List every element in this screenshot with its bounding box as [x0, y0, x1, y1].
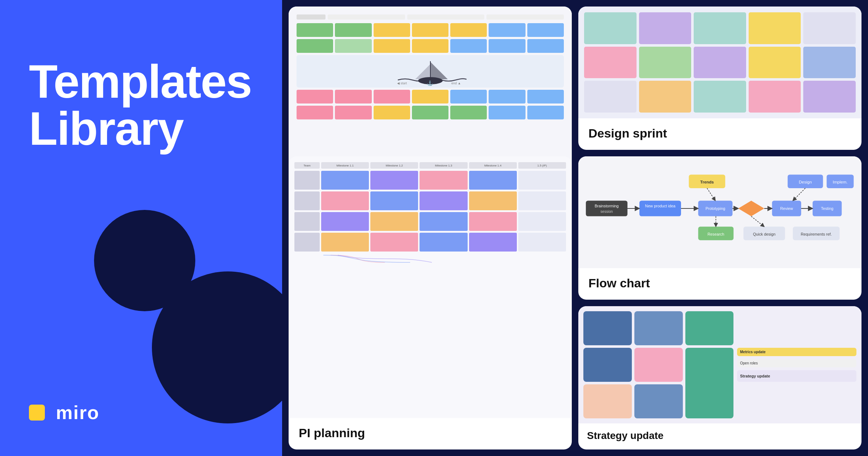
svg-text:Review: Review [780, 206, 793, 211]
svg-text:Research: Research [707, 232, 724, 236]
flow-chart-diagram: Trends Design Implem. Brainstorming sess… [585, 168, 855, 257]
svg-rect-16 [639, 200, 681, 216]
svg-rect-13 [586, 200, 627, 216]
svg-text:Design: Design [799, 180, 812, 184]
svg-marker-0 [430, 62, 448, 79]
strategy-preview-img: Metrics update Open roles Strategy updat… [578, 306, 861, 423]
template-card-flow-chart[interactable]: Trends Design Implem. Brainstorming sess… [578, 156, 861, 300]
hero-title: Templates Library [29, 58, 251, 152]
svg-text:Testing: Testing [821, 206, 833, 211]
templates-content-grid: ⚓ ◀ start end ▲ [282, 0, 868, 456]
svg-text:end ▲: end ▲ [451, 81, 461, 85]
pi-planning-card-name: PI planning [289, 418, 572, 449]
svg-text:⚓: ⚓ [427, 80, 433, 86]
strategy-card-name: Strategy update [578, 423, 861, 449]
svg-text:◀ start: ◀ start [397, 81, 407, 85]
svg-text:Implem.: Implem. [833, 180, 847, 184]
template-card-pi-planning[interactable]: Team Milestone 1.1 Milestone 1.2 Milesto… [289, 156, 572, 449]
svg-text:Brainstorming: Brainstorming [595, 204, 618, 208]
design-sprint-preview-img [578, 7, 861, 118]
svg-text:New product idea: New product idea [645, 204, 675, 208]
hero-section: Templates Library miro [0, 0, 282, 456]
svg-marker-1 [415, 64, 430, 79]
svg-text:Prototyping: Prototyping [705, 206, 725, 211]
svg-text:Requirements ref.: Requirements ref. [801, 232, 832, 236]
flow-chart-card-name: Flow chart [578, 268, 861, 300]
miro-logo: miro [29, 402, 99, 423]
template-card-design-sprint[interactable]: Design sprint [578, 7, 861, 150]
pi-planning-preview-img: Team Milestone 1.1 Milestone 1.2 Milesto… [289, 156, 572, 418]
flow-chart-preview-img: Trends Design Implem. Brainstorming sess… [578, 156, 861, 268]
svg-text:Trends: Trends [700, 180, 714, 184]
design-sprint-card-name: Design sprint [578, 118, 861, 150]
svg-text:session: session [600, 209, 613, 213]
template-card-strategy[interactable]: Metrics update Open roles Strategy updat… [578, 306, 861, 449]
svg-text:Quick design: Quick design [753, 232, 775, 236]
svg-marker-20 [738, 200, 764, 216]
